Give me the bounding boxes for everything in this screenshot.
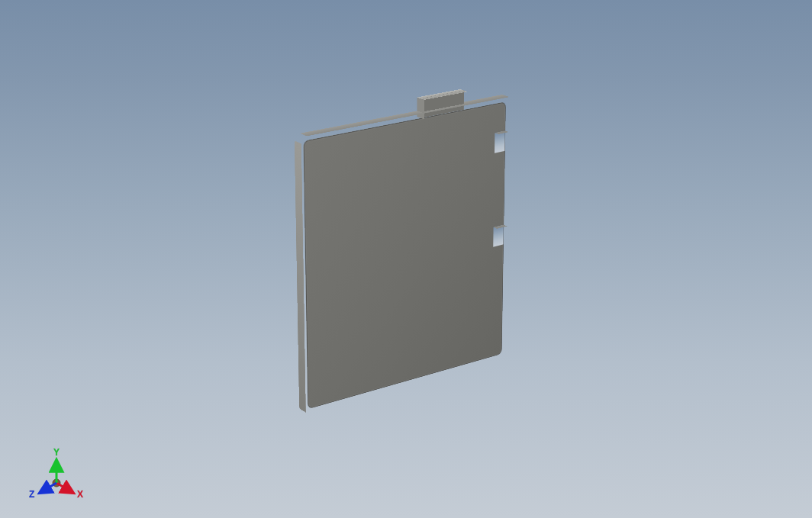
triad-z-axis <box>40 483 56 493</box>
3d-stage <box>0 0 812 518</box>
triad-x-label: X <box>77 489 83 500</box>
triad-y-label: Y <box>53 447 60 458</box>
right-notch-upper <box>495 130 505 153</box>
triad-svg: X Y Z <box>24 440 89 504</box>
triad-x-axis <box>56 483 73 493</box>
cad-viewport[interactable]: X Y Z <box>0 0 812 518</box>
triad-z-label: Z <box>29 489 34 500</box>
plate-front-face <box>303 101 505 409</box>
orientation-triad[interactable]: X Y Z <box>24 440 89 504</box>
